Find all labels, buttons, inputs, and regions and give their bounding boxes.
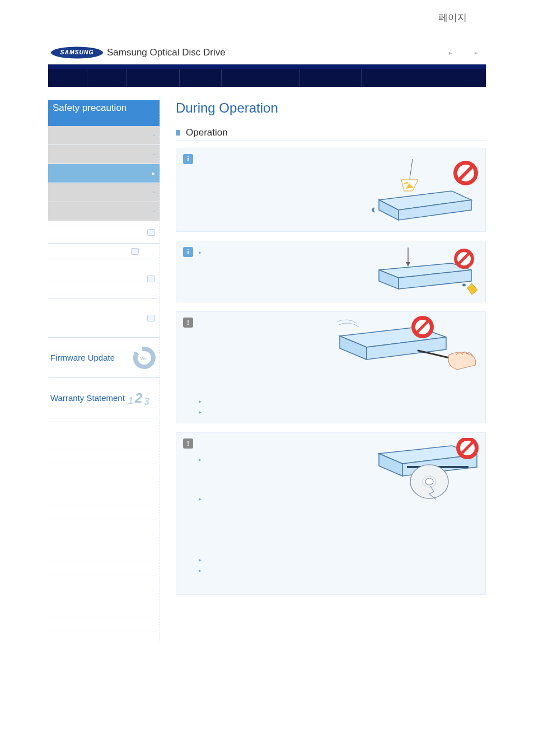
bullet-icon: ▸ [199, 494, 205, 503]
nav-item[interactable] [362, 69, 486, 87]
drive-drop-illustration [368, 246, 480, 297]
sidebar-item[interactable]: • [48, 126, 160, 145]
warning-icon: ! [183, 318, 193, 328]
refresh-icon: Ver. [132, 346, 156, 370]
bullet-icon: ▸ [199, 566, 205, 575]
nav-item[interactable] [300, 69, 362, 87]
bullet-icon: ▸ [199, 248, 205, 257]
svg-text:2: 2 [134, 390, 143, 405]
promo-label: Warranty Statement [50, 393, 125, 403]
nav-item[interactable] [87, 69, 127, 87]
chevron-icon: ▸ [475, 49, 478, 57]
samsung-logo: SAMSUNG [50, 46, 104, 59]
drive-shock-illustration [362, 156, 480, 223]
sidebar-item[interactable]: • [48, 202, 160, 221]
sidebar-item-active[interactable]: ▸ [48, 164, 160, 183]
svg-point-15 [462, 284, 466, 287]
numbers-icon: 1 2 3 [126, 388, 154, 407]
svg-marker-16 [467, 283, 477, 295]
brand-name: Samsung Optical Disc Drive [107, 47, 226, 58]
bullet-icon: ▸ [199, 556, 205, 564]
bullet-icon [176, 130, 180, 136]
svg-text:1: 1 [128, 396, 133, 405]
bullet-icon: ▸ [199, 408, 205, 417]
sidebar-link[interactable] [48, 298, 160, 338]
promo-firmware[interactable]: Firmware Update Ver. [48, 338, 160, 378]
main-content: During Operation Operation i [160, 100, 486, 642]
section-heading: Operation [176, 127, 486, 141]
svg-text:3: 3 [144, 396, 149, 407]
box-icon [147, 315, 155, 321]
info-block: i [176, 148, 486, 232]
nav-item[interactable] [180, 69, 222, 87]
nav-bar[interactable] [48, 69, 486, 87]
svg-text:Ver.: Ver. [140, 356, 148, 361]
header-icons: ▸ ▸ [449, 49, 478, 57]
bullet-icon: ▸ [199, 397, 205, 406]
info-icon: i [183, 154, 193, 164]
info-block: i ▸ [176, 241, 486, 302]
top-accent-bar [48, 64, 486, 69]
sidebar: Safety precaution • • ▸ • • [48, 100, 160, 642]
sidebar-link[interactable] [48, 244, 160, 259]
sidebar-item[interactable]: • [48, 183, 160, 202]
svg-line-7 [410, 159, 413, 179]
page-title: During Operation [176, 100, 486, 116]
svg-point-26 [425, 478, 433, 485]
box-icon [147, 276, 155, 282]
sidebar-title: Safety precaution [48, 100, 160, 126]
chevron-icon: ▸ [449, 49, 452, 57]
sidebar-link[interactable] [48, 259, 160, 298]
sidebar-link[interactable] [48, 221, 160, 244]
external-link-icon [131, 248, 139, 255]
dot-icon: • [153, 151, 155, 157]
nav-item[interactable] [48, 69, 87, 87]
svg-text:SAMSUNG: SAMSUNG [60, 49, 94, 55]
warning-icon: ! [183, 438, 193, 449]
drive-poke-illustration [334, 315, 480, 376]
warning-block: ! ▸ ▸ [176, 311, 486, 423]
dot-icon: • [153, 132, 155, 138]
promo-warranty[interactable]: Warranty Statement 1 2 3 [48, 378, 160, 418]
chevron-right-icon: ▸ [152, 170, 155, 176]
warning-block: ! ▸ ▸ ▸ ▸ [176, 432, 486, 595]
bullet-icon: ▸ [199, 455, 205, 464]
svg-marker-14 [406, 262, 410, 267]
dot-icon: • [153, 208, 155, 214]
nav-item[interactable] [127, 69, 180, 87]
dot-icon: • [153, 189, 155, 195]
sidebar-item[interactable]: • [48, 145, 160, 164]
page-label: 페이지 [0, 0, 534, 24]
header: SAMSUNG Samsung Optical Disc Drive ▸ ▸ [0, 24, 534, 64]
section-label: Operation [186, 127, 228, 138]
promo-label: Firmware Update [50, 353, 115, 362]
drive-cracked-disc-illustration [368, 438, 480, 500]
external-link-icon [147, 229, 155, 236]
info-icon: i [183, 247, 193, 257]
nav-item[interactable] [222, 69, 300, 87]
svg-line-20 [418, 351, 452, 358]
